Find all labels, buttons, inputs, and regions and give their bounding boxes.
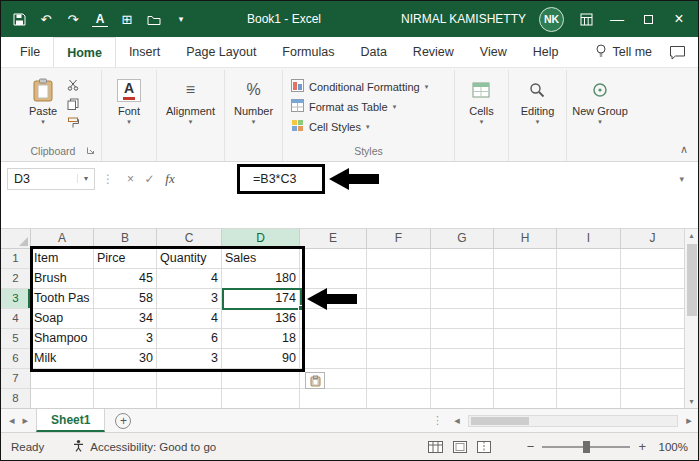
cell-G7[interactable] [431,369,494,389]
cell-E1[interactable] [300,249,367,269]
cell-C5[interactable]: 6 [157,329,222,349]
cell-E8[interactable] [300,389,367,408]
tab-insert[interactable]: Insert [116,37,173,67]
comment-icon[interactable] [669,37,692,67]
cell-D7[interactable] [222,369,300,389]
cell-F7[interactable] [367,369,431,389]
collapse-ribbon-button[interactable]: ∧ [680,143,688,156]
cell-B3[interactable]: 58 [94,289,157,309]
cell-C1[interactable]: Quantity [157,249,222,269]
row-header-2[interactable]: 2 [1,269,31,289]
row-header-3[interactable]: 3 [1,289,31,309]
cell-J6[interactable] [621,349,684,369]
underline-icon[interactable]: A [92,11,108,27]
cell-D1[interactable]: Sales [222,249,300,269]
cell-J8[interactable] [621,389,684,408]
ribbon-display-options-icon[interactable] [577,10,595,28]
cell-F3[interactable] [367,289,431,309]
scroll-up-icon[interactable]: ▴ [689,229,693,242]
add-sheet-button[interactable]: + [115,413,131,429]
customize-qat-icon[interactable]: ▾ [173,11,189,27]
sheet-nav-right-icon[interactable]: ▸ [23,414,29,427]
column-header-H[interactable]: H [494,229,557,249]
row-header-5[interactable]: 5 [1,329,31,349]
name-box[interactable]: D3 ▾ [7,168,95,190]
cell-C2[interactable]: 4 [157,269,222,289]
row-header-8[interactable]: 8 [1,389,31,408]
account-name[interactable]: NIRMAL KAMISHETTY [401,12,526,26]
undo-icon[interactable]: ↶ [38,11,54,27]
cells-button[interactable]: Cells ▾ [465,74,497,144]
cell-C6[interactable]: 3 [157,349,222,369]
scrollbar-splitter[interactable]: ⋮ [432,414,443,427]
tab-page-layout[interactable]: Page Layout [173,37,269,67]
column-header-B[interactable]: B [94,229,157,249]
column-header-C[interactable]: C [157,229,222,249]
column-header-G[interactable]: G [431,229,494,249]
format-painter-icon[interactable] [65,115,81,130]
cell-I8[interactable] [557,389,621,408]
cell-H7[interactable] [494,369,557,389]
sheet-nav-left-icon[interactable]: ◂ [9,414,15,427]
cell-E6[interactable] [300,349,367,369]
row-header-6[interactable]: 6 [1,349,31,369]
formula-input[interactable]: =B3*C3 [253,172,296,186]
cell-F5[interactable] [367,329,431,349]
cell-A8[interactable] [31,389,94,408]
tell-me[interactable]: Tell me [587,37,660,67]
tab-help[interactable]: Help [520,37,572,67]
tab-home[interactable]: Home [53,37,116,67]
paste-options-button[interactable] [305,372,325,389]
scroll-down-icon[interactable]: ▾ [689,395,693,408]
cell-I3[interactable] [557,289,621,309]
cell-J7[interactable] [621,369,684,389]
cell-A1[interactable]: Item [31,249,94,269]
cell-G1[interactable] [431,249,494,269]
cell-J1[interactable] [621,249,684,269]
cell-G4[interactable] [431,309,494,329]
insert-function-icon[interactable]: fx [159,171,181,187]
vertical-scroll-thumb[interactable] [687,244,697,316]
column-header-J[interactable]: J [621,229,684,249]
cell-B5[interactable]: 3 [94,329,157,349]
horizontal-scrollbar[interactable] [468,415,678,427]
cell-H8[interactable] [494,389,557,408]
cell-I6[interactable] [557,349,621,369]
minimize-button[interactable]: — [608,10,626,28]
column-header-A[interactable]: A [31,229,94,249]
name-box-dropdown-icon[interactable]: ▾ [77,174,88,183]
column-header-D[interactable]: D [222,229,300,249]
cell-J3[interactable] [621,289,684,309]
zoom-in-button[interactable]: + [638,439,646,454]
cell-A5[interactable]: Shampoo [31,329,94,349]
page-break-preview-icon[interactable] [477,441,491,453]
cell-styles-button[interactable]: Cell Styles ▾ [287,117,432,136]
cell-F6[interactable] [367,349,431,369]
cell-I5[interactable] [557,329,621,349]
cell-A4[interactable]: Soap [31,309,94,329]
cell-B6[interactable]: 30 [94,349,157,369]
cell-H6[interactable] [494,349,557,369]
cell-A7[interactable] [31,369,94,389]
cell-H2[interactable] [494,269,557,289]
cancel-icon[interactable]: × [121,172,140,186]
cell-B2[interactable]: 45 [94,269,157,289]
zoom-out-button[interactable]: − [527,439,535,454]
cell-H1[interactable] [494,249,557,269]
cell-A6[interactable]: Milk [31,349,94,369]
tab-file[interactable]: File [7,37,53,67]
editing-button[interactable]: Editing ▾ [517,74,559,144]
cell-D2[interactable]: 180 [222,269,300,289]
cell-D6[interactable]: 90 [222,349,300,369]
cell-B8[interactable] [94,389,157,408]
cell-D4[interactable]: 136 [222,309,300,329]
number-button[interactable]: % Number ▾ [230,74,277,144]
zoom-slider[interactable] [542,446,630,448]
cell-H3[interactable] [494,289,557,309]
row-header-4[interactable]: 4 [1,309,31,329]
cell-B1[interactable]: Pirce [94,249,157,269]
cell-I1[interactable] [557,249,621,269]
maximize-button[interactable] [639,10,657,28]
vertical-scrollbar[interactable]: ▴ ▾ [684,229,698,408]
cell-J4[interactable] [621,309,684,329]
